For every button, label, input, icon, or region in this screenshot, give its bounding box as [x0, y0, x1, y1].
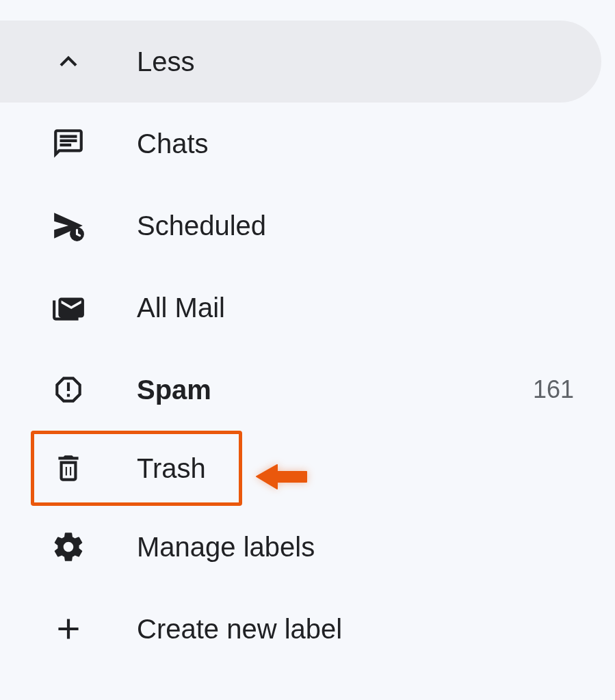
sidebar-item-label: Chats [137, 129, 574, 159]
sidebar-item-spam[interactable]: Spam 161 [0, 349, 601, 431]
schedule-send-icon [48, 205, 89, 246]
chat-icon [48, 123, 89, 164]
sidebar-item-label: All Mail [137, 293, 574, 323]
sidebar: Less Chats Scheduled All Mail Spam 161 T… [0, 0, 615, 670]
stacked-mail-icon [48, 287, 89, 328]
sidebar-item-label: Create new label [137, 614, 574, 645]
sidebar-item-all-mail[interactable]: All Mail [0, 267, 601, 349]
sidebar-item-chats[interactable]: Chats [0, 103, 601, 185]
settings-icon [48, 526, 89, 567]
sidebar-item-label: Scheduled [137, 211, 574, 241]
sidebar-item-label: Manage labels [137, 532, 574, 563]
trash-icon [48, 448, 89, 489]
sidebar-item-label: Less [137, 46, 574, 77]
sidebar-item-label: Trash [137, 453, 215, 484]
plus-icon [48, 608, 89, 649]
report-icon [48, 369, 89, 410]
sidebar-item-less[interactable]: Less [0, 21, 601, 103]
sidebar-item-trash[interactable]: Trash [31, 431, 242, 506]
sidebar-item-scheduled[interactable]: Scheduled [0, 185, 601, 267]
sidebar-item-count: 161 [533, 375, 574, 404]
sidebar-item-create-label[interactable]: Create new label [0, 588, 601, 670]
sidebar-item-label: Spam [137, 375, 533, 405]
chevron-up-icon [48, 41, 89, 82]
sidebar-item-manage-labels[interactable]: Manage labels [0, 506, 601, 588]
